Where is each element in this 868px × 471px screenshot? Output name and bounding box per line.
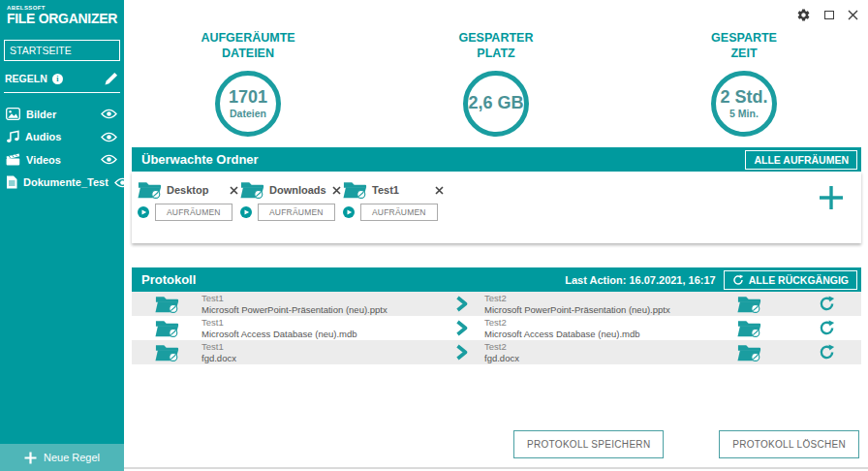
stat-unit: 5 Min. [729,108,759,119]
sidebar-rule-item[interactable]: Videos [0,148,124,171]
rule-type-icon [6,130,19,143]
stat-value: 2,6 GB [468,94,523,111]
undo-icon [732,274,744,286]
rule-label: Bilder [26,109,56,120]
eye-icon[interactable] [114,177,131,188]
chevron-right-icon [455,320,484,336]
target-file-name: Microsoft Access Database (neu).mdb [484,329,705,339]
undo-row-icon[interactable] [792,344,861,361]
target-file-name: Microsoft PowerPoint-Präsentation (neu).… [484,304,705,315]
remove-folder-icon[interactable] [435,186,444,195]
undo-all-label: ALLE RÜCKGÄNGIG [749,274,849,286]
source-folder-icon [132,295,202,314]
eye-icon[interactable] [101,132,117,142]
protocol-row: Test1 Microsoft PowerPoint-Präsentation … [132,292,861,316]
stat-title: AUFGERÄUMTE DATEIEN [201,30,294,62]
target-folder-name: Test2 [484,293,705,303]
eye-icon[interactable] [101,109,117,119]
sidebar-rule-item[interactable]: Audios [0,125,124,148]
watched-folder-card: Downloads AUFRÄUMEN [240,180,341,243]
last-action-label: Last Action: 16.07.2021, 16:17 [565,274,716,286]
stats-section: AUFGERÄUMTE DATEIEN 1701 Dateien GESPART… [124,0,868,147]
target-folder-name: Test2 [484,317,705,328]
app-window: ABELSSOFT FILE ORGANIZER STARTSEITE REGE… [0,0,868,471]
add-folder-plus-icon[interactable] [817,183,846,212]
regeln-label: REGELN [5,73,47,84]
clean-folder-button[interactable]: AUFRÄUMEN [155,204,232,221]
sidebar-item-regeln[interactable]: REGELN i [4,70,120,93]
source-file-name: fgd.docx [202,353,455,363]
open-target-folder-icon[interactable] [705,295,792,314]
plus-icon [24,452,37,464]
source-info: Test1 Microsoft Access Database (neu).md… [202,317,455,339]
clean-folder-button[interactable]: AUFRÄUMEN [258,204,335,221]
open-target-folder-icon[interactable] [705,343,792,362]
stat-title: GESPARTER PLATZ [459,30,534,62]
app-logo: ABELSSOFT FILE ORGANIZER [0,0,124,25]
brand-large: FILE ORGANIZER [7,12,124,25]
undo-row-icon[interactable] [792,320,861,336]
watched-folders-body: Desktop AUFRÄUMEN [132,172,861,243]
clean-folder-button[interactable]: AUFRÄUMEN [360,204,438,221]
folder-icon [138,180,162,200]
stat-circle: 2 Std. 5 Min. [711,71,777,137]
edit-pencil-icon[interactable] [105,72,118,85]
window-bottom-edge [124,467,868,469]
clean-all-button[interactable]: ALLE AUFRÄUMEN [745,150,857,170]
chevron-right-icon [455,296,484,312]
open-target-folder-icon[interactable] [705,319,792,338]
new-rule-button[interactable]: Neue Regel [0,444,124,471]
stat-circle: 1701 Dateien [215,71,281,137]
folder-name: Desktop [167,184,208,196]
protocol-title: Protokoll [141,272,196,287]
target-info: Test2 Microsoft PowerPoint-Präsentation … [484,293,705,315]
target-file-name: fgd.docx [484,353,705,363]
target-folder-name: Test2 [484,341,705,352]
stat-block: AUFGERÄUMTE DATEIEN 1701 Dateien [124,0,372,147]
folder-icon [240,180,264,200]
protocol-header: Protokoll Last Action: 16.07.2021, 16:17… [132,267,861,292]
watched-folders-header: Überwachte Ordner ALLE AUFRÄUMEN [132,147,861,172]
source-file-name: Microsoft PowerPoint-Präsentation (neu).… [202,304,455,315]
play-icon[interactable] [138,206,149,218]
sidebar-rule-item[interactable]: Dokumente_Test [0,171,124,194]
chevron-right-icon [455,344,484,361]
stat-value: 2 Std. [720,88,767,106]
rule-label: Dokumente_Test [23,176,108,188]
stat-block: GESPARTER PLATZ 2,6 GB [372,0,620,147]
source-file-name: Microsoft Access Database (neu).mdb [202,329,455,339]
remove-folder-icon[interactable] [332,186,341,195]
delete-protocol-button[interactable]: PROTOKOLL LÖSCHEN [719,430,859,458]
folder-name: Test1 [372,184,399,196]
eye-icon[interactable] [101,154,117,165]
target-info: Test2 Microsoft Access Database (neu).md… [484,317,705,339]
undo-all-button[interactable]: ALLE RÜCKGÄNGIG [724,270,857,290]
rule-label: Audios [25,131,61,142]
sidebar-item-startseite[interactable]: STARTSEITE [4,40,120,61]
stat-circle: 2,6 GB [463,71,529,137]
save-protocol-button[interactable]: PROTOKOLL SPEICHERN [513,430,664,458]
info-icon[interactable]: i [52,74,63,84]
stat-value: 1701 [229,88,267,106]
target-info: Test2 fgd.docx [484,341,705,363]
protocol-row: Test1 Microsoft Access Database (neu).md… [132,316,861,340]
protocol-rows: Test1 Microsoft PowerPoint-Präsentation … [132,292,861,364]
sidebar-rule-item[interactable]: Bilder [0,103,124,125]
rule-type-icon [6,108,20,120]
watched-folder-card: Desktop AUFRÄUMEN [138,180,238,243]
source-folder-name: Test1 [202,341,455,352]
source-folder-name: Test1 [202,293,455,303]
play-icon[interactable] [343,206,355,218]
rules-list: Bilder Audios [0,103,124,194]
source-info: Test1 Microsoft PowerPoint-Präsentation … [202,293,455,315]
remove-folder-icon[interactable] [230,186,238,195]
watched-folders-panel: Überwachte Ordner ALLE AUFRÄUMEN Desktop [132,147,861,243]
new-rule-label: Neue Regel [44,452,100,463]
watched-folders-title: Überwachte Ordner [141,152,259,167]
play-icon[interactable] [240,206,252,218]
undo-row-icon[interactable] [792,296,861,312]
source-folder-icon [132,343,202,362]
stat-unit: Dateien [230,108,266,119]
protocol-row: Test1 fgd.docx Test2 fgd.docx [132,340,861,364]
folder-icon [343,180,367,200]
